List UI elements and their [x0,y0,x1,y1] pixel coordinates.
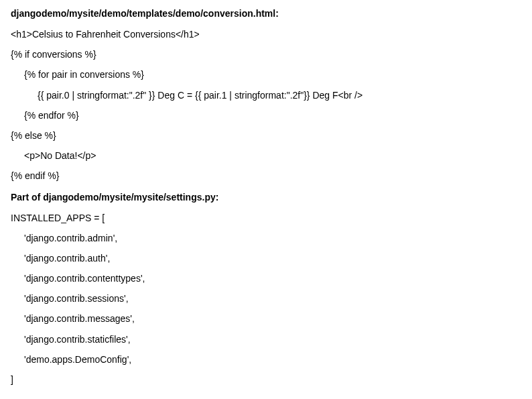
code-line: <p>No Data!</p> [11,150,521,162]
code-line: 'django.contrib.auth', [11,252,521,264]
code-line: {% for pair in conversions %} [11,68,521,80]
file2-heading: Part of djangodemo/mysite/mysite/setting… [11,192,521,203]
code-line: {% else %} [11,129,521,141]
code-line: {% endif %} [11,170,521,182]
code-line: 'django.contrib.contenttypes', [11,272,521,284]
code-line: INSTALLED_APPS = [ [11,212,521,224]
code-line: 'django.contrib.admin', [11,232,521,244]
code-line: <h1>Celsius to Fahrenheit Conversions</h… [11,28,521,40]
code-line: 'demo.apps.DemoConfig', [11,353,521,365]
code-line: {{ pair.0 | stringformat:".2f" }} Deg C … [11,89,521,101]
code-line: {% endfor %} [11,109,521,121]
code-line: ] [11,374,521,386]
file1-heading: djangodemo/mysite/demo/templates/demo/co… [11,8,521,19]
code-line: 'django.contrib.staticfiles', [11,333,521,345]
code-line: 'django.contrib.sessions', [11,292,521,304]
code-line: 'django.contrib.messages', [11,312,521,325]
code-line: {% if conversions %} [11,48,521,60]
